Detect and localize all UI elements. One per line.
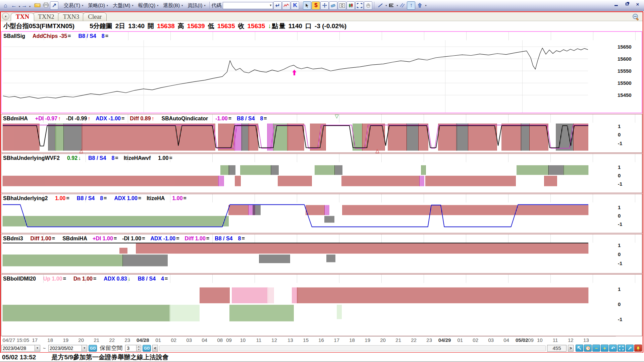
y-axis-SBdmi3: 10-1 bbox=[615, 234, 642, 273]
menu-選股(B)[interactable]: 選股(B)▾ bbox=[161, 1, 185, 10]
dropdown-caret-icon[interactable]: ▾ bbox=[29, 5, 31, 8]
scroll-right-button[interactable]: > bbox=[568, 345, 574, 352]
fullscreen-button[interactable] bbox=[618, 345, 625, 352]
indicator-value: SBAutoQindicator bbox=[162, 116, 208, 122]
menu-資訊(I)[interactable]: 資訊(I)▾ bbox=[185, 1, 208, 10]
indicator-value: = bbox=[169, 155, 172, 161]
chevron-down-icon[interactable]: ▼ bbox=[35, 345, 40, 351]
y-tick-label: 15600 bbox=[618, 56, 632, 61]
time-tick-label: 19 bbox=[365, 337, 370, 343]
box-select-icon[interactable] bbox=[355, 1, 364, 10]
zoom-in-button[interactable]: + bbox=[601, 345, 608, 352]
date-to-select[interactable]: 2023/05/02 ▼ bbox=[48, 345, 87, 352]
chevron-down-icon[interactable]: ▼ bbox=[269, 4, 272, 7]
indicator-value: SBbollDMI20 bbox=[3, 276, 36, 282]
info-segment: 2日 bbox=[115, 22, 125, 31]
dollar-icon[interactable]: $ bbox=[312, 1, 320, 10]
tab-TXN3[interactable]: TXN3 bbox=[58, 12, 85, 21]
back-icon[interactable]: ← bbox=[10, 2, 18, 10]
candles-icon[interactable] bbox=[346, 1, 355, 10]
time-tick-label: 17 bbox=[32, 337, 38, 343]
signal-down-triangle: ▽ bbox=[335, 114, 339, 119]
time-tick-label: 10 bbox=[537, 337, 543, 343]
chart-canvas-SBallSig[interactable] bbox=[3, 40, 588, 113]
settings-button[interactable] bbox=[626, 345, 634, 352]
go-button-2[interactable]: GO bbox=[143, 345, 151, 352]
pointer-icon[interactable] bbox=[303, 1, 311, 10]
chevron-down-icon[interactable]: ▼ bbox=[82, 345, 87, 351]
scroll-left-button[interactable]: < bbox=[152, 345, 158, 352]
indicator-value: = bbox=[52, 236, 55, 242]
indicator-value: 4 bbox=[161, 276, 164, 282]
chart-canvas-SBdmiHA[interactable] bbox=[3, 123, 588, 153]
trendline-icon[interactable] bbox=[376, 1, 384, 10]
undo-button[interactable]: ↶ bbox=[609, 345, 617, 352]
chart-canvas-SBhaUnderlying2[interactable] bbox=[3, 202, 588, 233]
dropdown-caret-icon[interactable]: ▾ bbox=[396, 4, 398, 7]
time-tick-label: 20 bbox=[380, 337, 386, 343]
go-button[interactable]: GO bbox=[89, 345, 97, 352]
k-chart-icon[interactable]: K bbox=[291, 1, 299, 10]
indicator-value: ↓ bbox=[128, 276, 130, 282]
date-from-value: 2023/04/28 bbox=[3, 346, 26, 351]
time-tick-label: 01 bbox=[155, 337, 161, 343]
info-segment: ↓ bbox=[268, 22, 271, 30]
tab-Clear[interactable]: Clear bbox=[83, 12, 107, 21]
forward-icon[interactable]: → bbox=[20, 2, 29, 10]
status-message: 是方5/9參加第一金證券舉辦之線上法說會 bbox=[51, 353, 168, 362]
minimize-button[interactable] bbox=[613, 1, 619, 7]
indicator-value: 8 bbox=[102, 33, 105, 39]
chart-canvas-SBdmi3[interactable] bbox=[3, 243, 588, 273]
menu-交易(T)[interactable]: 交易(T)▾ bbox=[61, 1, 86, 10]
pointer-nw-button[interactable] bbox=[576, 345, 583, 352]
clock-button[interactable] bbox=[584, 345, 592, 352]
scale-arrow-icon[interactable]: ↑ bbox=[407, 1, 415, 10]
indicator-value: = bbox=[264, 116, 267, 122]
info-segment: 13:40 bbox=[128, 22, 145, 30]
code-input[interactable]: ▼ bbox=[223, 2, 273, 9]
alert-button[interactable] bbox=[634, 345, 642, 352]
spin-up-icon[interactable]: ▲ bbox=[137, 345, 141, 348]
tab-list-button[interactable]: ▼ bbox=[2, 13, 9, 20]
parallel-lines-icon[interactable] bbox=[398, 1, 407, 10]
info-segment: 5分鐘圖 bbox=[90, 22, 112, 31]
date-from-select[interactable]: 2023/04/28 ▼ bbox=[1, 345, 40, 352]
horizontal-scrollbar[interactable] bbox=[159, 345, 546, 351]
dropdown-caret-icon[interactable]: ▾ bbox=[425, 4, 426, 7]
eraser-icon[interactable] bbox=[329, 1, 337, 10]
dropdown-caret-icon[interactable]: ▾ bbox=[385, 4, 387, 7]
line-chart-icon[interactable] bbox=[282, 1, 290, 10]
indicator-value: = bbox=[228, 116, 231, 122]
chart-canvas-SBbollDMI20[interactable] bbox=[3, 283, 588, 336]
close-button[interactable]: × bbox=[635, 1, 641, 7]
time-tick-label: 13 bbox=[287, 337, 293, 343]
y-axis-SBdmiHA: 10-1 bbox=[615, 114, 642, 153]
menu-大盤(M)[interactable]: 大盤(M)▾ bbox=[110, 1, 136, 10]
expand-icon[interactable]: ↗ bbox=[50, 1, 58, 10]
chart-canvas-SBhaUnderlyingWVF2[interactable] bbox=[3, 162, 588, 193]
restore-button[interactable] bbox=[624, 1, 630, 7]
info-segment: 15639 bbox=[187, 22, 205, 30]
tab-TXN[interactable]: TXN bbox=[11, 13, 34, 21]
open-folder-icon[interactable] bbox=[33, 1, 42, 9]
tab-TXN2[interactable]: TXN2 bbox=[33, 12, 59, 21]
home-icon[interactable]: ⌂ bbox=[1, 2, 10, 10]
chart-workspace: ▼ TXNTXN2TXN3Clear 小型台指053(FIMTXN05)5分鐘圖… bbox=[0, 11, 643, 353]
spin-down-icon[interactable]: ▼ bbox=[137, 348, 141, 351]
mouse-icon[interactable] bbox=[364, 1, 372, 10]
indicator-value: -DI 1.00 bbox=[122, 236, 141, 242]
menu-策略(D)[interactable]: 策略(D)▾ bbox=[86, 1, 110, 10]
hlines-icon[interactable] bbox=[387, 1, 395, 10]
y-tick-label: 1 bbox=[618, 286, 621, 292]
print-icon[interactable] bbox=[42, 1, 50, 9]
candle-edit-icon[interactable] bbox=[338, 1, 346, 10]
info-segment: 口 bbox=[305, 22, 312, 31]
indicator-value: ↑ bbox=[58, 116, 61, 122]
indicator-value: 8 bbox=[100, 195, 103, 201]
menu-報價(Q)[interactable]: 報價(Q)▾ bbox=[136, 1, 161, 10]
move-icon[interactable] bbox=[320, 1, 329, 10]
return-icon[interactable]: ↵ bbox=[273, 1, 282, 10]
keep-space-spinner[interactable]: 3 ▲▼ bbox=[125, 345, 141, 352]
arrow-up-icon[interactable] bbox=[416, 1, 424, 10]
zoom-out-button[interactable]: − bbox=[592, 345, 600, 352]
